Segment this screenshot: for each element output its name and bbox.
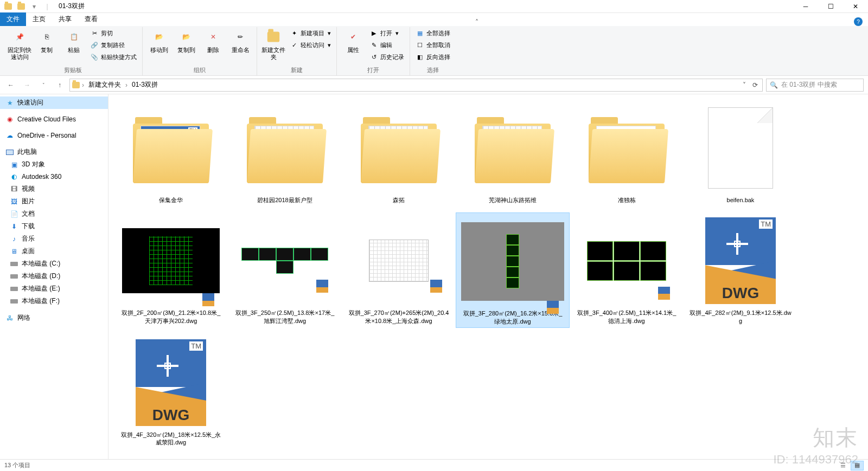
sidebar-drive-c[interactable]: 本地磁盘 (C:): [0, 257, 108, 270]
thumbnails-view-button[interactable]: ▦: [851, 461, 864, 470]
addr-dropdown[interactable]: ˅: [739, 79, 749, 92]
move-to-button[interactable]: 📂移动到: [146, 27, 172, 55]
sidebar-documents[interactable]: 📄文档: [0, 208, 108, 220]
file-item[interactable]: 双拼_3F_280㎡(2M)_16.2米×15.6米_绿地太原.dwg: [456, 212, 570, 328]
tab-file[interactable]: 文件: [0, 12, 26, 26]
file-name: 碧桂园2018最新户型: [257, 196, 312, 204]
recent-dropdown[interactable]: ˅: [37, 79, 50, 92]
copy-to-label: 复制到: [177, 47, 195, 54]
file-item[interactable]: DWGTM保集金华: [114, 100, 228, 206]
tab-share[interactable]: 共享: [52, 12, 78, 26]
sidebar-drive-e[interactable]: 本地磁盘 (E:): [0, 282, 108, 295]
video-icon: 🎞: [10, 185, 18, 193]
sidebar-desktop[interactable]: 🖥桌面: [0, 245, 108, 257]
sidebar-network[interactable]: 🖧网络: [0, 312, 108, 324]
file-item[interactable]: 双拼_3F_400㎡(2.5M)_11米×14.1米_德清上海.dwg: [570, 212, 684, 328]
easy-access-button[interactable]: ✓轻松访问▾: [288, 39, 333, 51]
sidebar-label: OneDrive - Personal: [17, 132, 76, 139]
file-item[interactable]: DWGTM双拼_4F_282㎡(2M)_9.1米×12.5米.dwg: [684, 212, 797, 328]
file-item[interactable]: DWGTM双拼_4F_320㎡(2M)_18米×12.5米_永威荥阳.dwg: [114, 334, 228, 449]
sidebar-creative-cloud[interactable]: ◉Creative Cloud Files: [0, 113, 108, 125]
open-group-label: 打开: [367, 65, 379, 75]
search-box[interactable]: 🔍 在 01-3双拼 中搜索: [766, 79, 864, 92]
ribbon-group-new: 新建文件夹 ✦新建项目▾ ✓轻松访问▾ 新建: [257, 27, 337, 75]
file-item[interactable]: 森拓: [342, 100, 456, 206]
copy-path-button[interactable]: 🔗复制路径: [88, 39, 139, 51]
back-button[interactable]: ←: [4, 79, 17, 92]
cut-label: 剪切: [101, 29, 113, 37]
file-item[interactable]: 碧桂园2018最新户型: [228, 100, 342, 206]
paste-shortcut-button[interactable]: 📎粘贴快捷方式: [88, 51, 139, 63]
history-button[interactable]: ↺历史记录: [367, 51, 406, 63]
file-name: 双拼_3F_400㎡(2.5M)_11米×14.1米_德清上海.dwg: [575, 309, 678, 325]
tab-home[interactable]: 主页: [26, 12, 52, 26]
breadcrumb-label: 新建文件夹: [88, 80, 121, 89]
file-thumbnail: DWGTM: [119, 337, 222, 429]
file-item[interactable]: 芜湖神山东路拓维: [456, 100, 570, 206]
chevron-right-icon: ›: [82, 81, 84, 89]
paste-button[interactable]: 📋 粘贴: [61, 27, 87, 55]
minimize-button[interactable]: ─: [793, 0, 818, 13]
details-view-button[interactable]: ☰: [837, 461, 850, 470]
new-item-button[interactable]: ✦新建项目▾: [288, 27, 333, 39]
invert-selection-button[interactable]: ◧反向选择: [413, 51, 452, 63]
help-button[interactable]: ?: [854, 17, 863, 26]
shortcut-icon: 📎: [90, 53, 99, 61]
address-bar[interactable]: › 新建文件夹 › 01-3双拼 ˅ ⟳: [69, 79, 763, 92]
breadcrumb-label: 01-3双拼: [132, 80, 158, 89]
up-button[interactable]: ↑: [53, 79, 66, 92]
file-thumbnail: [689, 102, 792, 194]
breadcrumb-seg1[interactable]: 新建文件夹: [86, 80, 123, 89]
file-name: 双拼_4F_282㎡(2M)_9.1米×12.5米.dwg: [689, 309, 792, 325]
sidebar-label: 本地磁盘 (E:): [22, 284, 60, 293]
sidebar-videos[interactable]: 🎞视频: [0, 183, 108, 195]
copy-to-button[interactable]: 📂复制到: [173, 27, 199, 55]
invert-icon: ◧: [416, 53, 424, 61]
file-thumbnail: [347, 215, 450, 307]
edit-button[interactable]: ✎编辑: [367, 39, 406, 51]
breadcrumb-seg2[interactable]: 01-3双拼: [130, 80, 160, 89]
file-thumbnail: [575, 215, 678, 307]
file-item[interactable]: 双拼_3F_270㎡(2M)+265米(2M)_20.4米×10.8米_上海众森…: [342, 212, 456, 328]
maximize-button[interactable]: ☐: [818, 0, 843, 13]
file-item[interactable]: 双拼_3F_250㎡(2.5M)_13.8米×17米_旭辉江湾墅.dwg: [228, 212, 342, 328]
sidebar-pictures[interactable]: 🖼图片: [0, 195, 108, 208]
forward-button[interactable]: →: [21, 79, 34, 92]
pin-button[interactable]: 📌 固定到快速访问: [7, 27, 33, 62]
file-item[interactable]: 双拼_2F_200㎡(3M)_21.2米×10.8米_天津万事兴202.dwg: [114, 212, 228, 328]
sidebar-drive-d[interactable]: 本地磁盘 (D:): [0, 270, 108, 282]
qat-dropdown[interactable]: ▾: [28, 1, 40, 12]
sidebar-label: 3D 对象: [22, 160, 45, 169]
sidebar-autodesk360[interactable]: ◐Autodesk 360: [0, 171, 108, 183]
copy-label: 复制: [41, 47, 53, 54]
refresh-button[interactable]: ⟳: [750, 79, 760, 92]
cut-button[interactable]: ✂剪切: [88, 27, 139, 39]
open-button[interactable]: ▶打开▾: [367, 27, 406, 39]
sidebar-drive-f[interactable]: 本地磁盘 (F:): [0, 295, 108, 307]
ribbon-collapse[interactable]: ˄: [475, 18, 478, 26]
file-content-area[interactable]: DWGTM保集金华碧桂园2018最新户型森拓芜湖神山东路拓维准独栋beifen.…: [108, 94, 868, 459]
select-all-button[interactable]: ▦全部选择: [413, 27, 452, 39]
file-item[interactable]: beifen.bak: [684, 100, 797, 206]
rename-button[interactable]: ✏重命名: [227, 27, 253, 55]
tab-view[interactable]: 查看: [78, 12, 104, 26]
file-item[interactable]: 准独栋: [570, 100, 684, 206]
dwg-badge-icon: [658, 287, 670, 300]
new-folder-button[interactable]: 新建文件夹: [260, 27, 286, 62]
close-button[interactable]: ✕: [843, 0, 868, 13]
select-none-label: 全部取消: [426, 41, 450, 49]
sidebar-3d-objects[interactable]: ▣3D 对象: [0, 158, 108, 171]
sidebar-downloads[interactable]: ⬇下载: [0, 220, 108, 233]
file-name: 保集金华: [159, 196, 183, 204]
sidebar-music[interactable]: ♪音乐: [0, 233, 108, 245]
new-item-label: 新建项目: [301, 29, 324, 37]
copy-button[interactable]: ⎘ 复制: [34, 27, 60, 55]
select-none-button[interactable]: ☐全部取消: [413, 39, 452, 51]
delete-button[interactable]: ✕删除: [200, 27, 226, 55]
file-thumbnail: [575, 102, 678, 194]
properties-button[interactable]: ✔属性: [340, 27, 366, 55]
sidebar-onedrive[interactable]: ☁OneDrive - Personal: [0, 130, 108, 141]
sidebar-quick-access[interactable]: ★快速访问: [0, 96, 108, 109]
sidebar-this-pc[interactable]: 此电脑: [0, 146, 108, 158]
file-thumbnail: [233, 102, 336, 194]
